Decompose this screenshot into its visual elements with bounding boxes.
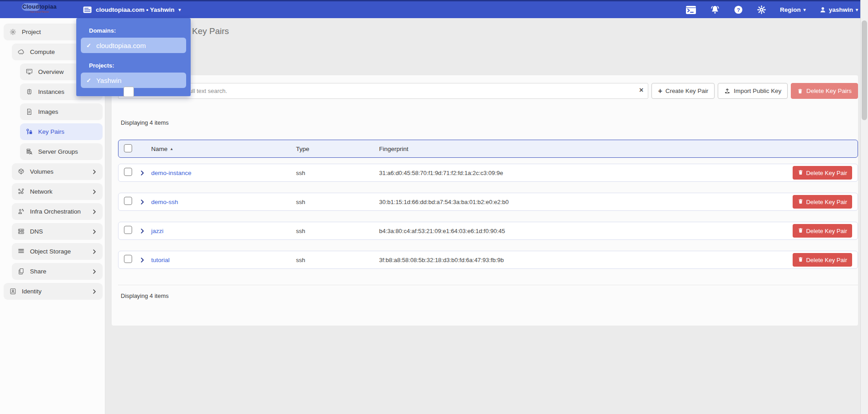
sidebar-item-object-storage[interactable]: Object Storage [12, 243, 103, 260]
project-option-yashwin[interactable]: ✓ Yashwin [81, 73, 186, 88]
user-menu[interactable]: yashwin ▾ [819, 6, 858, 13]
cloudtopiaa-logo[interactable]: Cloudtopiaa Your Cloud Partner [13, 4, 66, 13]
delete-key-pair-button[interactable]: Delete Key Pair [793, 166, 852, 180]
domains-label: Domains: [89, 27, 191, 34]
keypair-fingerprint: 3f:b8:a8:58:08:5b:32:18:d3:b0:fd:6a:47:9… [379, 257, 785, 263]
chevron-right-icon [92, 269, 97, 274]
table-rows: demo-instancessh31:a6:d0:45:58:70:f1:9d:… [118, 164, 858, 269]
delete-key-pair-button[interactable]: Delete Key Pair [793, 224, 852, 238]
row-checkbox[interactable] [124, 168, 132, 176]
trash-icon [798, 198, 804, 206]
sidebar-item-infra-orchestration[interactable]: Infra Orchestration [12, 203, 103, 220]
logo-text: Cloudtopiaa [13, 4, 66, 10]
table-row-tutorial: tutorialssh3f:b8:a8:58:08:5b:32:18:d3:b0… [118, 251, 858, 269]
table-row-demo-ssh: demo-sshssh30:b1:15:1d:66:dd:bd:a7:54:3a… [118, 193, 858, 211]
upload-icon [724, 88, 730, 94]
vertical-scrollbar[interactable] [860, 0, 868, 414]
delete-key-pair-button[interactable]: Delete Key Pair [793, 195, 852, 209]
sidebar-item-images[interactable]: Images [20, 103, 103, 120]
search-facet-checkbox[interactable] [123, 87, 134, 97]
delete-key-pair-button[interactable]: Delete Key Pair [793, 253, 852, 267]
clear-search-icon[interactable]: × [639, 87, 643, 94]
sidebar-item-label: Project [22, 29, 41, 35]
column-header-name[interactable]: Name▲ [151, 146, 296, 152]
keypair-name-link[interactable]: jazzi [151, 228, 296, 234]
caret-down-icon: ▾ [856, 8, 858, 12]
keypairs-icon [25, 128, 33, 136]
sidebar-item-server-groups[interactable]: Server Groups [20, 143, 103, 160]
list-panel-icon [83, 6, 92, 13]
create-key-pair-button[interactable]: + Create Key Pair [651, 83, 715, 99]
dns-icon [17, 228, 25, 235]
help-icon[interactable]: ? [734, 5, 743, 15]
expand-chevron-icon[interactable] [139, 257, 151, 263]
trash-icon [797, 88, 803, 94]
search-input[interactable] [118, 83, 648, 98]
sort-asc-icon: ▲ [170, 147, 173, 151]
svg-text:?: ? [737, 7, 740, 13]
keypair-type: ssh [296, 257, 379, 263]
sidebar-item-network[interactable]: Network [12, 183, 103, 200]
column-header-type[interactable]: Type [296, 146, 379, 152]
page-title: Key Pairs [192, 26, 229, 36]
row-checkbox[interactable] [124, 255, 132, 263]
project-icon [9, 28, 17, 36]
keypair-fingerprint: b4:3a:80:c4:af:53:21:09:e1:64:03:e6:1d:f… [379, 228, 785, 234]
expand-chevron-icon[interactable] [139, 199, 151, 205]
scrollbar-thumb[interactable] [862, 20, 867, 120]
row-checkbox[interactable] [124, 197, 132, 205]
table-row-demo-instance: demo-instancessh31:a6:d0:45:58:70:f1:9d:… [118, 164, 858, 182]
gear-icon[interactable] [757, 5, 766, 15]
sidebar-item-dns[interactable]: DNS [12, 223, 103, 240]
images-icon [25, 108, 33, 116]
delete-key-pairs-button[interactable]: Delete Key Pairs [791, 83, 858, 99]
keypair-type: ssh [296, 228, 379, 234]
chevron-right-icon [92, 249, 97, 254]
domain-project-dropdown: Domains: ✓ cloudtopiaa.com Projects: ✓ Y… [76, 18, 191, 96]
sidebar-item-volumes[interactable]: Volumes [12, 163, 103, 180]
sidebar-item-label: Object Storage [30, 248, 71, 255]
sidebar-item-key-pairs[interactable]: Key Pairs [20, 123, 103, 140]
keypair-name-link[interactable]: demo-ssh [151, 199, 296, 205]
domain-project-switcher[interactable]: cloudtopiaa.com • Yashwin ▾ [83, 1, 181, 18]
terminal-icon[interactable] [686, 5, 696, 15]
bell-icon[interactable] [710, 5, 720, 15]
chevron-right-icon [92, 209, 97, 214]
keypair-type: ssh [296, 199, 379, 205]
sidebar-item-label: Network [30, 188, 53, 195]
sidebar-item-label: Instances [38, 88, 64, 95]
row-checkbox[interactable] [124, 226, 132, 234]
sidebar-item-share[interactable]: Share [12, 263, 103, 280]
region-menu[interactable]: Region ▾ [780, 6, 806, 13]
keypair-name-link[interactable]: demo-instance [151, 170, 296, 176]
sidebar-item-label: Volumes [30, 168, 54, 175]
expand-chevron-icon[interactable] [139, 170, 151, 176]
trash-icon [798, 256, 804, 264]
sidebar-item-label: Share [30, 268, 46, 275]
user-label: yashwin [829, 6, 853, 13]
projects-label: Projects: [89, 62, 191, 69]
navbar-right-group: ? Region ▾ yashwin ▾ [686, 1, 858, 18]
share-icon [17, 268, 25, 275]
logo-tagline: Your Cloud Partner [13, 10, 66, 13]
caret-down-icon: ▾ [804, 8, 806, 12]
sidebar-item-label: Key Pairs [38, 128, 64, 135]
select-all-checkbox[interactable] [124, 144, 132, 152]
column-header-fingerprint[interactable]: Fingerprint [379, 146, 785, 152]
sidebar-item-identity[interactable]: Identity [4, 283, 103, 300]
sidebar-item-label: DNS [30, 228, 43, 235]
user-icon [819, 6, 826, 13]
import-public-key-button[interactable]: Import Public Key [718, 83, 788, 99]
sidebar-item-label: Overview [38, 68, 64, 75]
domain-project-label: cloudtopiaa.com • Yashwin [96, 6, 174, 13]
keypair-name-link[interactable]: tutorial [151, 257, 296, 263]
chevron-right-icon [92, 169, 97, 175]
region-label: Region [780, 6, 801, 13]
plus-icon: + [658, 88, 662, 95]
domain-option-cloudtopiaa[interactable]: ✓ cloudtopiaa.com [81, 38, 186, 53]
expand-chevron-icon[interactable] [139, 228, 151, 234]
sidebar-item-label: Identity [22, 288, 42, 295]
objectstorage-icon [17, 248, 25, 255]
key-pairs-panel: × + Create Key Pair Import Public Key De… [112, 75, 858, 326]
table-footer-divider [118, 285, 858, 285]
